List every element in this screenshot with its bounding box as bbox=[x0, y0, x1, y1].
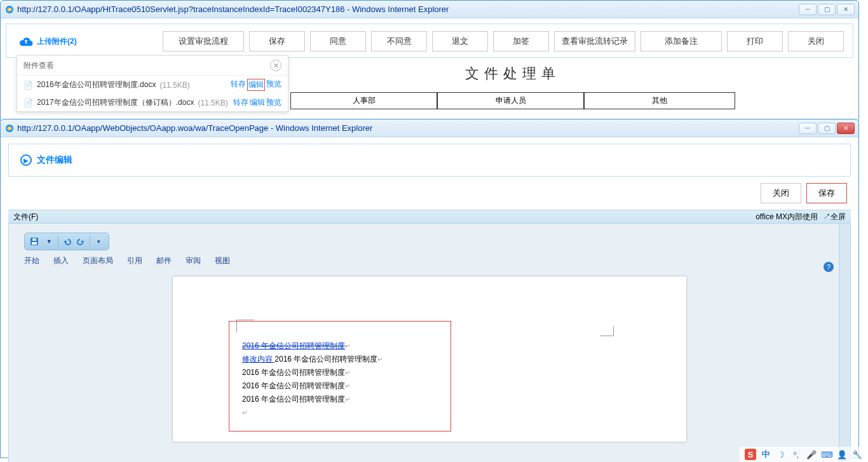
window2-titlebar[interactable]: http://127.0.0.1/OAapp/WebObjects/OAapp.… bbox=[1, 119, 858, 137]
cloud-upload-icon bbox=[19, 36, 33, 47]
window2-title: http://127.0.0.1/OAapp/WebObjects/OAapp.… bbox=[17, 123, 799, 133]
attachment-preview-link[interactable]: 预览 bbox=[266, 97, 281, 108]
moon-icon[interactable]: ☽ bbox=[775, 449, 787, 460]
modified-label: 修改内容 bbox=[242, 355, 275, 363]
set-approval-flow-button[interactable]: 设置审批流程 bbox=[163, 31, 244, 51]
close-button[interactable]: ✕ bbox=[837, 123, 855, 134]
attachment-name: 2017年金信公司招聘管理制度（修订稿）.docx bbox=[37, 97, 194, 108]
qat-undo-icon[interactable] bbox=[61, 235, 73, 248]
tab-start[interactable]: 开始 bbox=[24, 255, 39, 266]
help-icon[interactable]: ? bbox=[824, 262, 834, 272]
attachment-preview-link[interactable]: 预览 bbox=[266, 79, 281, 91]
tracked-changes-box: 2016 年金信公司招聘管理制度↵ 修改内容 2016 年金信公司招聘管理制度↵… bbox=[229, 321, 451, 431]
view-approval-log-button[interactable]: 查看审批流转记录 bbox=[554, 31, 635, 51]
mic-icon[interactable]: 🎤 bbox=[806, 449, 817, 460]
brand-label: office MX内部使用 bbox=[756, 212, 818, 222]
qat-more-icon[interactable]: ▾ bbox=[93, 235, 105, 248]
quick-access-toolbar: ▼ ▾ bbox=[24, 233, 109, 250]
window-file-processing: http://127.0.0.1/OAapp/HtTrace0510Servle… bbox=[0, 0, 859, 121]
attachment-panel: 附件查看 ✕ 📄 2016年金信公司招聘管理制度.docx (11.5KB) 转… bbox=[17, 55, 288, 112]
tab-layout[interactable]: 页面布局 bbox=[83, 255, 113, 266]
deleted-text: 2016 年金信公司招聘管理制度 bbox=[242, 341, 345, 350]
attachment-save-link[interactable]: 转存 bbox=[231, 79, 246, 91]
tool-icon[interactable]: 🔧 bbox=[851, 449, 863, 460]
upload-attachment[interactable]: 上传附件(2) bbox=[15, 36, 81, 47]
menu-file[interactable]: 文件(F) bbox=[13, 212, 38, 222]
qat-dropdown-icon[interactable]: ▼ bbox=[43, 235, 55, 248]
qat-redo-icon[interactable] bbox=[75, 235, 87, 248]
doc-cell: 其他 bbox=[584, 93, 735, 109]
window1-titlebar[interactable]: http://127.0.0.1/OAapp/HtTrace0510Servle… bbox=[1, 1, 858, 18]
word-doc-icon: 📄 bbox=[24, 81, 33, 90]
attachment-row: 📄 2016年金信公司招聘管理制度.docx (11.5KB) 转存 编辑 预览 bbox=[17, 76, 288, 94]
tab-review[interactable]: 审阅 bbox=[186, 255, 201, 266]
print-button[interactable]: 打印 bbox=[727, 31, 783, 51]
doc-processing-title: 文件处理单 bbox=[290, 64, 735, 83]
attachment-save-link[interactable]: 转存 bbox=[233, 97, 248, 108]
attachment-edit-link[interactable]: 编辑 bbox=[250, 97, 265, 108]
doc-cell: 人事部 bbox=[290, 93, 437, 109]
sogou-ime-icon[interactable]: S bbox=[745, 449, 756, 460]
editor-menubar: 文件(F) office MX内部使用 ↗全屏 bbox=[8, 210, 851, 224]
close-toolbar-button[interactable]: 关闭 bbox=[788, 31, 844, 51]
system-tray: S 中 ☽ º, 🎤 ⌨ 👤 🔧 bbox=[740, 447, 868, 462]
window-file-edit: http://127.0.0.1/OAapp/WebObjects/OAapp.… bbox=[0, 119, 859, 458]
svg-rect-4 bbox=[32, 238, 36, 241]
word-doc-icon: 📄 bbox=[24, 99, 33, 107]
attachment-size: (11.5KB) bbox=[159, 81, 189, 90]
file-edit-title: 文件编辑 bbox=[37, 154, 72, 166]
keyboard-icon[interactable]: ⌨ bbox=[821, 449, 832, 460]
ime-lang-icon[interactable]: 中 bbox=[760, 449, 771, 460]
doc-cell: 申请人员 bbox=[437, 93, 584, 109]
window1-title: http://127.0.0.1/OAapp/HtTrace0510Servle… bbox=[17, 4, 799, 14]
attachment-name: 2016年金信公司招聘管理制度.docx bbox=[37, 79, 156, 90]
close-button-2[interactable]: 关闭 bbox=[761, 183, 801, 203]
document-canvas[interactable]: 2016 年金信公司招聘管理制度↵ 修改内容 2016 年金信公司招聘管理制度↵… bbox=[173, 276, 686, 442]
editor-area: ▼ ▾ 开始 插入 页面布局 引用 邮件 审阅 视图 ? bbox=[8, 224, 851, 462]
tab-insert[interactable]: 插入 bbox=[53, 255, 69, 266]
ribbon-tabs: 开始 插入 页面布局 引用 邮件 审阅 视图 bbox=[24, 255, 835, 266]
margin-corner-icon bbox=[600, 326, 614, 336]
attachment-close-icon[interactable]: ✕ bbox=[270, 60, 281, 71]
close-button[interactable]: ✕ bbox=[837, 4, 855, 15]
doc-line-text: 2016 年金信公司招聘管理制度 bbox=[242, 381, 345, 390]
minimize-button[interactable]: ─ bbox=[799, 123, 817, 134]
doc-line-text: 2016 年金信公司招聘管理制度 bbox=[242, 395, 345, 404]
disagree-button[interactable]: 不同意 bbox=[371, 31, 427, 51]
attachment-panel-header: 附件查看 ✕ bbox=[17, 56, 288, 76]
minimize-button[interactable]: ─ bbox=[799, 4, 817, 15]
attachment-row: 📄 2017年金信公司招聘管理制度（修订稿）.docx (11.5KB) 转存 … bbox=[17, 94, 288, 111]
maximize-button[interactable]: ▢ bbox=[818, 4, 836, 15]
tab-view[interactable]: 视图 bbox=[215, 255, 230, 266]
agree-button[interactable]: 同意 bbox=[310, 31, 366, 51]
window1-controls: ─ ▢ ✕ bbox=[799, 4, 855, 15]
tab-reference[interactable]: 引用 bbox=[127, 255, 142, 266]
upload-label: 上传附件(2) bbox=[37, 36, 77, 47]
return-button[interactable]: 退文 bbox=[432, 31, 488, 51]
cosign-button[interactable]: 加签 bbox=[493, 31, 549, 51]
action-buttons: 关闭 保存 bbox=[1, 177, 858, 210]
fullscreen-toggle[interactable]: ↗全屏 bbox=[823, 212, 846, 222]
svg-rect-3 bbox=[32, 242, 37, 245]
ie-icon bbox=[4, 4, 15, 15]
toolbar-buttons: 设置审批流程 保存 同意 不同意 退文 加签 查看审批流转记录 添加备注 打印 … bbox=[163, 31, 844, 51]
toolbar: 上传附件(2) 设置审批流程 保存 同意 不同意 退文 加签 查看审批流转记录 … bbox=[6, 24, 853, 58]
maximize-button[interactable]: ▢ bbox=[818, 123, 836, 134]
user-icon[interactable]: 👤 bbox=[836, 449, 848, 460]
punct-icon[interactable]: º, bbox=[790, 449, 802, 460]
doc-table: 人事部 申请人员 其他 bbox=[290, 92, 735, 109]
save-button-2[interactable]: 保存 bbox=[806, 183, 847, 203]
qat-save-icon[interactable] bbox=[29, 235, 41, 248]
window2-controls: ─ ▢ ✕ bbox=[799, 123, 855, 134]
tab-mail[interactable]: 邮件 bbox=[156, 255, 172, 266]
add-remark-button[interactable]: 添加备注 bbox=[641, 31, 722, 51]
play-circle-icon: ▶ bbox=[20, 154, 32, 166]
file-edit-header: ▶ 文件编辑 bbox=[8, 144, 851, 177]
attachment-size: (11.5KB) bbox=[198, 99, 227, 107]
doc-line-text: 2016 年金信公司招聘管理制度 bbox=[275, 355, 377, 363]
ie-icon bbox=[4, 123, 15, 133]
attachment-panel-title: 附件查看 bbox=[24, 60, 54, 71]
editor-scrollbar[interactable] bbox=[839, 224, 850, 462]
save-button[interactable]: 保存 bbox=[249, 31, 305, 51]
attachment-edit-link[interactable]: 编辑 bbox=[247, 79, 265, 91]
